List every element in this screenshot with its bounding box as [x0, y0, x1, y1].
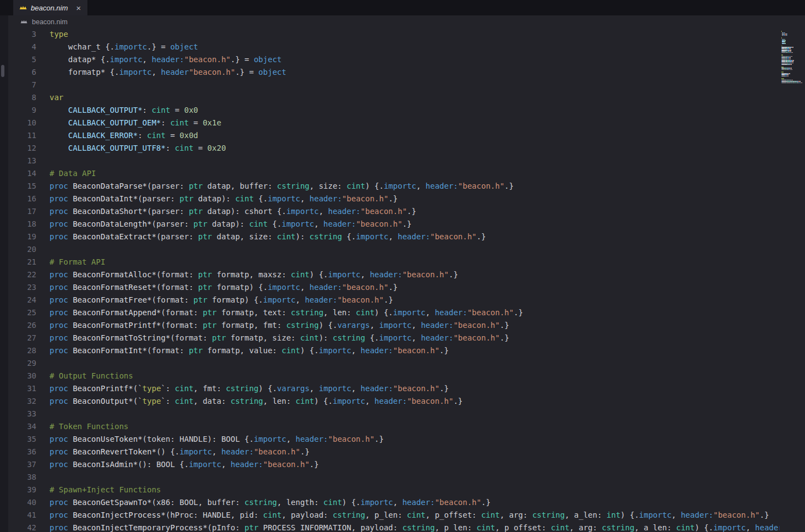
code-token: importc [281, 220, 314, 228]
code-token: ptr [189, 182, 203, 190]
code-token: {. [254, 194, 268, 203]
code-line-content[interactable]: proc BeaconFormatReset*(format: ptr form… [50, 281, 398, 294]
code-line[interactable]: 10 CALLBACK_OUTPUT_OEM*: cint = 0x1e [8, 117, 805, 129]
code-line[interactable]: 32proc BeaconOutput*(`type`: cint, data:… [8, 395, 805, 408]
code-line-content[interactable]: proc BeaconFormatPrintf*(format: ptr for… [50, 319, 509, 332]
code-line-content[interactable]: # Token Functions [50, 420, 128, 433]
code-token: proc [50, 511, 73, 519]
code-line-content[interactable]: proc BeaconInjectTemporaryProcess*(pInfo… [50, 522, 805, 532]
minimap[interactable] [780, 28, 805, 532]
code-line[interactable]: 12 CALLBACK_OUTPUT_UTF8*: cint = 0x20 [8, 142, 805, 155]
code-token: importc [393, 308, 426, 317]
code-line-content[interactable]: proc BeaconDataExtract*(parser: ptr data… [50, 231, 486, 243]
line-number: 22 [8, 268, 36, 281]
code-token: ) {. [319, 321, 338, 330]
code-line-content[interactable]: proc BeaconUseToken*(token: HANDLE): BOO… [50, 433, 384, 446]
code-token: header: [309, 194, 342, 203]
code-line[interactable]: 20 [8, 243, 805, 256]
code-line-content[interactable]: proc BeaconDataInt*(parser: ptr datap): … [50, 193, 398, 205]
code-token: importc [379, 321, 412, 330]
code-line[interactable]: 26proc BeaconFormatPrintf*(format: ptr f… [8, 319, 805, 332]
code-line[interactable]: 19proc BeaconDataExtract*(parser: ptr da… [8, 231, 805, 243]
code-line[interactable]: 23proc BeaconFormatReset*(format: ptr fo… [8, 281, 805, 294]
code-token: proc [50, 220, 73, 228]
code-token: {. [342, 232, 356, 241]
code-line-content[interactable]: wchar_t {.importc.} = object [50, 41, 198, 53]
tab-beacon-nim[interactable]: beacon.nim × [13, 0, 88, 15]
code-line-content[interactable]: proc BeaconInjectProcess*(hProc: HANDLE,… [50, 509, 769, 522]
code-line[interactable]: 39# Spawn+Inject Functions [8, 484, 805, 496]
code-line[interactable]: 31proc BeaconPrintf*(`type`: cint, fmt: … [8, 382, 805, 395]
code-token: header: [151, 55, 184, 64]
code-line[interactable]: 36proc BeaconRevertToken*() {.importc, h… [8, 446, 805, 458]
code-line[interactable]: 18proc BeaconDataLength*(parser: ptr dat… [8, 218, 805, 231]
code-line[interactable]: 8var [8, 91, 805, 104]
code-line-content[interactable]: CALLBACK_OUTPUT*: cint = 0x0 [50, 104, 198, 117]
code-line-content[interactable]: datap* {.importc, header:"beacon.h".} = … [50, 53, 282, 66]
line-number: 39 [8, 484, 36, 496]
tab-close-icon[interactable]: × [75, 4, 82, 12]
code-line-content[interactable]: # Format API [50, 256, 105, 268]
code-line-content[interactable]: proc BeaconPrintf*(`type`: cint, fmt: cs… [50, 382, 449, 395]
code-line-content[interactable]: proc BeaconGetSpawnTo*(x86: BOOL, buffer… [50, 496, 491, 509]
code-line[interactable]: 14# Data API [8, 167, 805, 180]
code-line[interactable]: 33 [8, 408, 805, 420]
code-line-content[interactable]: proc BeaconFormatInt*(format: ptr format… [50, 344, 449, 357]
code-line[interactable]: 38 [8, 471, 805, 484]
code-line-content[interactable]: # Output Functions [50, 370, 133, 382]
code-line[interactable]: 29 [8, 357, 805, 370]
code-line[interactable]: 24proc BeaconFormatFree*(format: ptr for… [8, 294, 805, 306]
code-line-content[interactable]: proc BeaconDataShort*(parser: ptr datap)… [50, 205, 416, 218]
code-line-content[interactable]: # Spawn+Inject Functions [50, 484, 161, 496]
code-line-content[interactable]: CALLBACK_ERROR*: cint = 0x0d [50, 129, 198, 142]
code-line-content[interactable]: CALLBACK_OUTPUT_OEM*: cint = 0x1e [50, 117, 221, 129]
code-line[interactable]: 41proc BeaconInjectProcess*(hProc: HANDL… [8, 509, 805, 522]
code-line-content[interactable]: # Data API [50, 167, 96, 180]
code-line-content[interactable]: var [50, 91, 63, 104]
code-token: .} = [235, 68, 258, 76]
code-line[interactable]: 6 formatp* {.importc, header"beacon.h".}… [8, 66, 805, 79]
code-token: header: [221, 447, 254, 456]
code-line[interactable]: 13 [8, 155, 805, 167]
code-line-content[interactable]: proc BeaconFormatAppend*(format: ptr for… [50, 306, 523, 319]
code-line[interactable]: 27proc BeaconFormatToString*(format: ptr… [8, 332, 805, 344]
code-line[interactable]: 40proc BeaconGetSpawnTo*(x86: BOOL, buff… [8, 496, 805, 509]
code-token: CALLBACK_OUTPUT_OEM* [68, 118, 161, 127]
code-line-content[interactable]: type [50, 28, 68, 41]
code-line[interactable]: 17proc BeaconDataShort*(parser: ptr data… [8, 205, 805, 218]
code-line-content[interactable]: CALLBACK_OUTPUT_UTF8*: cint = 0x20 [50, 142, 226, 155]
breadcrumb-bar[interactable]: beacon.nim [0, 15, 805, 28]
code-line[interactable]: 34# Token Functions [8, 420, 805, 433]
code-line[interactable]: 11 CALLBACK_ERROR*: cint = 0x0d [8, 129, 805, 142]
code-line[interactable]: 5 datap* {.importc, header:"beacon.h".} … [8, 53, 805, 66]
code-line-content[interactable]: proc BeaconIsAdmin*(): BOOL {.importc, h… [50, 458, 319, 471]
code-line[interactable]: 30# Output Functions [8, 370, 805, 382]
line-number: 15 [8, 180, 36, 193]
code-line-content[interactable]: proc BeaconFormatAlloc*(format: ptr form… [50, 268, 458, 281]
code-line[interactable]: 3type [8, 28, 805, 41]
code-token: , [300, 283, 309, 292]
code-line[interactable]: 35proc BeaconUseToken*(token: HANDLE): B… [8, 433, 805, 446]
code-line-content[interactable]: proc BeaconDataLength*(parser: ptr datap… [50, 218, 412, 231]
code-token: , [221, 460, 231, 469]
code-line-content[interactable]: proc BeaconRevertToken*() {.importc, hea… [50, 446, 309, 458]
code-token: importc [254, 435, 286, 443]
code-line[interactable]: 25proc BeaconFormatAppend*(format: ptr f… [8, 306, 805, 319]
code-line-content[interactable]: proc BeaconFormatFree*(format: ptr forma… [50, 294, 393, 306]
code-line[interactable]: 37proc BeaconIsAdmin*(): BOOL {.importc,… [8, 458, 805, 471]
code-line[interactable]: 22proc BeaconFormatAlloc*(format: ptr fo… [8, 268, 805, 281]
code-line-content[interactable]: formatp* {.importc, header"beacon.h".} =… [50, 66, 286, 79]
code-line-content[interactable]: proc BeaconDataParse*(parser: ptr datap,… [50, 180, 514, 193]
code-line[interactable]: 15proc BeaconDataParse*(parser: ptr data… [8, 180, 805, 193]
code-line[interactable]: 21# Format API [8, 256, 805, 268]
code-token: header: [305, 295, 338, 304]
code-line[interactable]: 9 CALLBACK_OUTPUT*: cint = 0x0 [8, 104, 805, 117]
code-line-content[interactable]: proc BeaconOutput*(`type`: cint, data: c… [50, 395, 463, 408]
code-line[interactable]: 4 wchar_t {.importc.} = object [8, 41, 805, 53]
code-line-content[interactable]: proc BeaconFormatToString*(format: ptr f… [50, 332, 509, 344]
code-line[interactable]: 28proc BeaconFormatInt*(format: ptr form… [8, 344, 805, 357]
code-line[interactable]: 7 [8, 79, 805, 91]
code-line[interactable]: 16proc BeaconDataInt*(parser: ptr datap)… [8, 193, 805, 205]
code-line[interactable]: 42proc BeaconInjectTemporaryProcess*(pIn… [8, 522, 805, 532]
code-token: , [314, 220, 324, 228]
